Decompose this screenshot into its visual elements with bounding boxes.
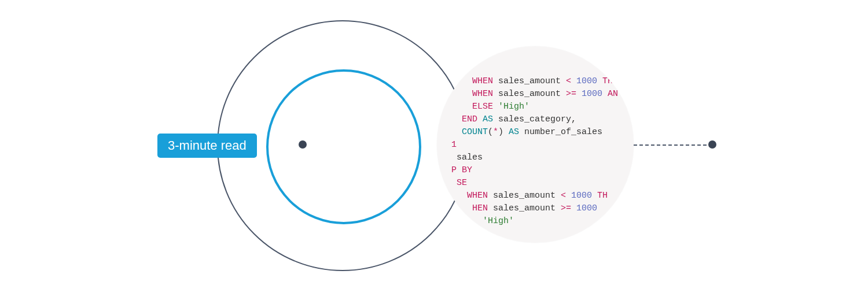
code-snippet-circle: WHEN sales_amount < 1000 TH WHEN sales_a… bbox=[437, 46, 634, 243]
code-snippet: WHEN sales_amount < 1000 TH WHEN sales_a… bbox=[451, 75, 618, 228]
axis-dot bbox=[299, 140, 307, 149]
read-time-badge: 3-minute read bbox=[157, 134, 257, 158]
axis-dot bbox=[708, 140, 716, 149]
read-time-label: 3-minute read bbox=[168, 138, 247, 153]
inner-ring bbox=[266, 69, 421, 224]
diagram-stage: WHEN sales_amount < 1000 TH WHEN sales_a… bbox=[0, 0, 868, 289]
